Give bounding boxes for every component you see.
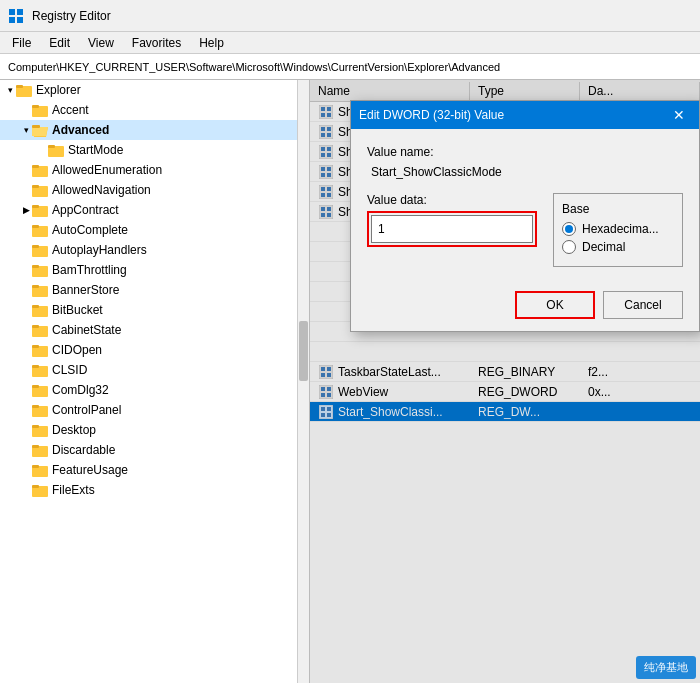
folder-icon-clsid [32,362,48,378]
svg-rect-24 [32,265,39,268]
title-bar: Registry Editor [0,0,700,32]
folder-icon-comdlg32 [32,382,48,398]
tree-label-bitbucket: BitBucket [52,303,103,317]
menu-view[interactable]: View [80,34,122,52]
tree-label-autocomplete: AutoComplete [52,223,128,237]
menu-bar: File Edit View Favorites Help [0,32,700,54]
tree-item-bannerstore[interactable]: ▶ BannerStore [0,280,309,300]
svg-rect-34 [32,365,39,368]
folder-icon-discardable [32,442,48,458]
tree-label-discardable: Discardable [52,443,115,457]
svg-rect-40 [32,425,39,428]
radio-decimal-btn[interactable] [562,240,576,254]
value-name-label: Value name: [367,145,683,159]
svg-rect-18 [32,205,39,208]
dialog-close-button[interactable]: ✕ [667,103,691,127]
svg-rect-1 [17,9,23,15]
tree-item-allowedenumeration[interactable]: ▶ AllowedEnumeration [0,160,309,180]
tree-item-comdlg32[interactable]: ▶ ComDlg32 [0,380,309,400]
tree-item-allowednavigation[interactable]: ▶ AllowedNavigation [0,180,309,200]
tree-item-featureusage[interactable]: ▶ FeatureUsage [0,460,309,480]
menu-edit[interactable]: Edit [41,34,78,52]
tree-item-cabinetstate[interactable]: ▶ CabinetState [0,320,309,340]
tree-label-cidopen: CIDOpen [52,343,102,357]
tree-item-autocomplete[interactable]: ▶ AutoComplete [0,220,309,240]
edit-dword-dialog: Edit DWORD (32-bit) Value ✕ Value name: … [350,100,700,332]
tree-label-accent: Accent [52,103,89,117]
folder-icon-desktop [32,422,48,438]
dialog-left: Value data: [367,193,537,247]
svg-rect-26 [32,285,39,288]
folder-icon-startmode [48,142,64,158]
tree-item-clsid[interactable]: ▶ CLSID [0,360,309,380]
tree-label-an: AllowedNavigation [52,183,151,197]
folder-icon-ae [32,162,48,178]
svg-rect-10 [32,125,40,128]
cancel-button[interactable]: Cancel [603,291,683,319]
folder-icon-controlpanel [32,402,48,418]
folder-icon-autocomplete [32,222,48,238]
folder-icon-banner [32,282,48,298]
dialog-overlay: Edit DWORD (32-bit) Value ✕ Value name: … [310,80,700,683]
folder-icon-bam [32,262,48,278]
svg-rect-14 [32,165,39,168]
tree-item-accent[interactable]: ▶ Accent [0,100,309,120]
tree-scrollbar[interactable] [297,80,309,683]
tree-item-controlpanel[interactable]: ▶ ControlPanel [0,400,309,420]
folder-icon-cabinet [32,322,48,338]
tree-item-bitbucket[interactable]: ▶ BitBucket [0,300,309,320]
tree-item-cidopen[interactable]: ▶ CIDOpen [0,340,309,360]
folder-icon-featureusage [32,462,48,478]
main-content: ▾ Explorer ▶ Accent ▾ Advanced ▶ [0,80,700,683]
address-bar: Computer\HKEY_CURRENT_USER\Software\Micr… [0,54,700,80]
value-data-label: Value data: [367,193,537,207]
tree-item-advanced[interactable]: ▾ Advanced [0,120,309,140]
svg-rect-46 [32,485,39,488]
svg-rect-7 [32,105,39,108]
dialog-title-bar: Edit DWORD (32-bit) Value ✕ [351,101,699,129]
dialog-right: Base Hexadecima... Decimal [553,193,683,267]
tree-label-comdlg32: ComDlg32 [52,383,109,397]
tree-label-cabinet: CabinetState [52,323,121,337]
tree-item-startmode[interactable]: ▶ StartMode [0,140,309,160]
svg-rect-20 [32,225,39,228]
ok-button[interactable]: OK [515,291,595,319]
tree-label-clsid: CLSID [52,363,87,377]
folder-icon-cidopen [32,342,48,358]
menu-file[interactable]: File [4,34,39,52]
folder-icon-advanced [32,122,48,138]
svg-rect-16 [32,185,39,188]
svg-marker-9 [32,127,48,136]
menu-help[interactable]: Help [191,34,232,52]
tree-item-bamthrottling[interactable]: ▶ BamThrottling [0,260,309,280]
tree-item-fileexts[interactable]: ▶ FileExts [0,480,309,500]
svg-rect-2 [9,17,15,23]
tree-scrollbar-thumb[interactable] [299,321,308,381]
tree-label-autoplay: AutoplayHandlers [52,243,147,257]
value-data-input[interactable] [371,215,533,243]
expand-arrow-appcontract: ▶ [20,205,32,215]
folder-icon-fileexts [32,482,48,498]
base-title: Base [562,202,674,216]
tree-item-explorer[interactable]: ▾ Explorer [0,80,309,100]
tree-item-appcontract[interactable]: ▶ AppContract [0,200,309,220]
tree-item-desktop[interactable]: ▶ Desktop [0,420,309,440]
tree-label-explorer: Explorer [36,83,81,97]
folder-icon-bitbucket [32,302,48,318]
svg-rect-38 [32,405,39,408]
watermark-text: 纯净基地 [644,660,688,675]
menu-favorites[interactable]: Favorites [124,34,189,52]
tree-label-ae: AllowedEnumeration [52,163,162,177]
value-name-display: Start_ShowClassicMode [367,163,683,181]
tree-item-autoplayhandlers[interactable]: ▶ AutoplayHandlers [0,240,309,260]
expand-arrow-advanced: ▾ [20,125,32,135]
tree-label-advanced: Advanced [52,123,109,137]
folder-icon-explorer [16,82,32,98]
expand-arrow-explorer: ▾ [4,85,16,95]
tree-item-discardable[interactable]: ▶ Discardable [0,440,309,460]
folder-icon-an [32,182,48,198]
radio-hexadecimal[interactable]: Hexadecima... [562,222,674,236]
radio-hex-btn[interactable] [562,222,576,236]
svg-rect-22 [32,245,39,248]
radio-decimal[interactable]: Decimal [562,240,674,254]
